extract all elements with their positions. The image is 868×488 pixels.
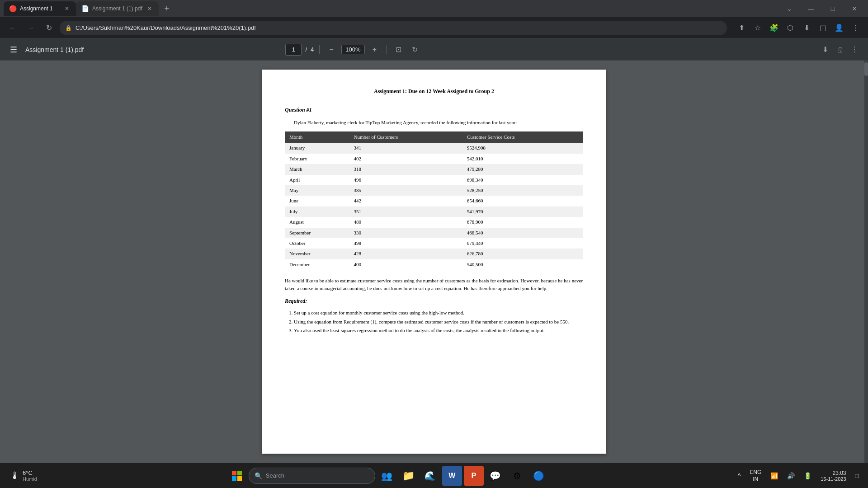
battery-icon[interactable]: 🔋 <box>800 470 815 481</box>
volume-icon[interactable]: 🔊 <box>783 470 798 481</box>
tab-bar: 🔴 Assignment 1 ✕ 📄 Assignment 1 (1).pdf … <box>0 0 868 17</box>
wifi-signal-icon: 📶 <box>770 472 778 479</box>
table-row: February402542,010 <box>285 154 583 164</box>
list-item: You also used the least-squares regressi… <box>294 326 583 335</box>
weather-info: 6°C Humid <box>23 469 37 482</box>
tab-list-button[interactable]: ⌄ <box>779 1 799 16</box>
close-button[interactable]: ✕ <box>844 1 864 16</box>
file-explorer-icon: 📁 <box>402 470 415 482</box>
pdf-table-body: January341$524,908February402542,010Marc… <box>285 143 583 270</box>
pdf-data-table: Month Number of Customers Customer Servi… <box>285 131 583 270</box>
word-icon: W <box>448 472 455 480</box>
forward-button[interactable]: → <box>24 21 38 35</box>
scrollbar-thumb[interactable] <box>864 62 868 76</box>
svg-rect-3 <box>237 476 242 481</box>
table-row: November428626,780 <box>285 249 583 259</box>
tab-2-close[interactable]: ✕ <box>146 5 153 12</box>
notification-icon: □ <box>855 472 859 479</box>
menu-icon[interactable]: ⋮ <box>848 21 863 35</box>
taskbar-settings-app[interactable]: ⚙ <box>507 466 527 486</box>
edge-icon: 🌊 <box>425 470 436 481</box>
tab-1-close[interactable]: ✕ <box>63 5 71 12</box>
pdf-download-icon[interactable]: ⬇ <box>819 43 832 56</box>
table-row: December400540,500 <box>285 259 583 270</box>
maximize-button[interactable]: □ <box>823 1 843 16</box>
chrome-ext-icon[interactable]: ⬡ <box>783 21 797 35</box>
taskbar-chrome-app[interactable]: 🔵 <box>529 466 549 486</box>
taskbar-word-app[interactable]: W <box>442 466 462 486</box>
back-button[interactable]: ← <box>5 21 20 35</box>
col-month: Month <box>285 131 349 143</box>
weather-condition: Humid <box>23 476 37 482</box>
search-bar-text: Search <box>266 472 284 479</box>
pdf-table-header-row: Month Number of Customers Customer Servi… <box>285 131 583 143</box>
pdf-right-icons: ⬇ 🖨 ⋮ <box>819 43 861 56</box>
table-row: August480678,900 <box>285 217 583 227</box>
pdf-more-icon[interactable]: ⋮ <box>848 43 861 56</box>
svg-rect-2 <box>232 476 236 481</box>
zoom-in-button[interactable]: + <box>368 43 381 56</box>
pdf-menu-icon[interactable]: ☰ <box>7 45 20 55</box>
start-button[interactable] <box>227 466 247 486</box>
extensions-icon[interactable]: 🧩 <box>767 21 781 35</box>
browser-tab-2[interactable]: 📄 Assignment 1 (1).pdf ✕ <box>76 1 159 16</box>
page-separator: / <box>305 46 307 53</box>
fit-page-icon[interactable]: ⊡ <box>392 43 405 56</box>
teams-icon: 👥 <box>381 470 392 481</box>
reload-button[interactable]: ↻ <box>42 21 56 35</box>
taskbar: 🌡 6°C Humid 🔍 Search 👥 📁 <box>0 463 868 488</box>
weather-temp: 6°C <box>23 469 37 476</box>
browser-tab-1[interactable]: 🔴 Assignment 1 ✕ <box>4 1 76 16</box>
taskbar-powerpoint-app[interactable]: P <box>464 466 484 486</box>
volume-level-icon: 🔊 <box>787 472 795 479</box>
list-item: Set up a cost equation for monthly custo… <box>294 309 583 318</box>
taskbar-whatsapp-app[interactable]: 💬 <box>486 466 505 486</box>
tab-2-favicon: 📄 <box>81 5 89 12</box>
notification-area[interactable]: □ <box>852 470 863 481</box>
new-tab-button[interactable]: + <box>160 2 173 15</box>
address-icon: 🔒 <box>65 25 72 31</box>
pdf-intro-text: Dylan Flaherty, marketing clerk for TipT… <box>285 119 583 126</box>
col-customers: Number of Customers <box>349 131 462 143</box>
taskbar-clock[interactable]: 23:03 15-11-2023 <box>817 468 849 483</box>
pdf-title: Assignment 1 (1).pdf <box>25 46 84 53</box>
browser-chrome: 🔴 Assignment 1 ✕ 📄 Assignment 1 (1).pdf … <box>0 0 868 463</box>
pdf-required-label: Required: <box>285 297 583 305</box>
taskbar-teams-app[interactable]: 👥 <box>377 466 397 486</box>
chrome-icon: 🔵 <box>533 470 544 481</box>
pdf-page: Assignment 1: Due on 12 Week Assigned to… <box>262 70 606 454</box>
pdf-body-text: He would like to be able to estimate cus… <box>285 277 583 292</box>
table-row: April496698,340 <box>285 175 583 185</box>
language-text: ENG IN <box>750 469 761 482</box>
pdf-required-list: Set up a cost equation for monthly custo… <box>294 309 583 335</box>
language-indicator[interactable]: ENG IN <box>746 467 765 484</box>
taskbar-search-bar[interactable]: 🔍 Search <box>249 468 375 484</box>
pdf-print-icon[interactable]: 🖨 <box>834 43 846 56</box>
share-icon[interactable]: ⬆ <box>734 21 749 35</box>
taskbar-center: 🔍 Search 👥 📁 🌊 W P 💬 ⚙ 🔵 <box>43 466 732 486</box>
profile-icon[interactable]: 👤 <box>832 21 846 35</box>
pdf-header: ☰ Assignment 1 (1).pdf / 4 − 100% + ⊡ ↻ … <box>0 39 868 61</box>
wifi-icon[interactable]: 📶 <box>767 470 782 481</box>
table-row: January341$524,908 <box>285 143 583 153</box>
minimize-button[interactable]: — <box>801 1 821 16</box>
address-bar[interactable]: 🔒 C:/Users/Sukhman%20Kaur/Downloads/Assi… <box>60 21 727 35</box>
bookmark-icon[interactable]: ☆ <box>750 21 765 35</box>
zoom-out-button[interactable]: − <box>325 43 338 56</box>
system-tray[interactable]: ^ <box>734 470 745 481</box>
tray-expand-icon: ^ <box>738 472 741 479</box>
table-row: May385528,250 <box>285 185 583 196</box>
rotate-icon[interactable]: ↻ <box>409 43 421 56</box>
page-number-input[interactable] <box>285 44 302 56</box>
download-icon[interactable]: ⬇ <box>799 21 814 35</box>
taskbar-weather[interactable]: 🌡 6°C Humid <box>5 467 42 484</box>
tab-1-favicon: 🔴 <box>9 5 16 12</box>
windows-flag-icon <box>232 471 242 481</box>
svg-rect-0 <box>232 471 236 475</box>
taskbar-file-explorer-app[interactable]: 📁 <box>399 466 419 486</box>
col-costs: Customer Service Costs <box>462 131 583 143</box>
taskbar-edge-app[interactable]: 🌊 <box>420 466 440 486</box>
zoom-display: 100% <box>341 45 364 54</box>
tab-panel-icon[interactable]: ◫ <box>816 21 830 35</box>
page-scrollbar[interactable] <box>864 61 868 463</box>
